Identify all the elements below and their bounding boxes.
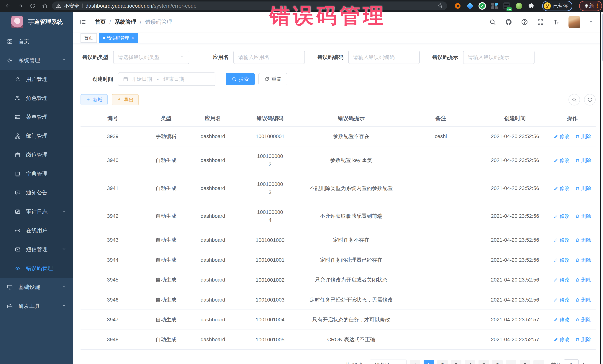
breadcrumb-item[interactable]: 首页 (95, 18, 106, 26)
cell-hint: 定时任务的处理器已经存在 (302, 250, 401, 270)
edit-link[interactable]: 修改 (554, 213, 570, 220)
sidebar-item[interactable]: 岗位管理 (0, 145, 73, 164)
page-button[interactable]: 8 (520, 360, 530, 364)
tag-close-icon[interactable]: × (131, 36, 134, 40)
extension-gem-icon[interactable] (466, 2, 474, 10)
tag-active[interactable]: 错误码管理× (99, 33, 138, 43)
refresh-button[interactable] (584, 94, 596, 105)
error-code-input[interactable]: 请输入错误码编码 (348, 51, 420, 64)
user-avatar[interactable] (568, 16, 580, 28)
delete-link[interactable]: 删除 (575, 297, 591, 303)
page-button[interactable]: 6 (492, 360, 503, 364)
date-separator: - (157, 76, 159, 82)
next-page-button[interactable] (533, 360, 544, 364)
sidebar-item[interactable]: 首页 (0, 32, 73, 51)
sidebar-item-active[interactable]: 错误码管理 (0, 259, 73, 278)
delete-link[interactable]: 删除 (575, 237, 591, 243)
sidebar-item[interactable]: 在线用户 (0, 221, 73, 240)
sidebar-item[interactable]: 审计日志 (0, 202, 73, 221)
search-icon[interactable] (489, 18, 497, 26)
help-icon[interactable] (521, 18, 528, 26)
page-scrollbar-thumb[interactable] (602, 14, 603, 61)
edit-link[interactable]: 修改 (554, 133, 570, 140)
prev-page-button[interactable] (410, 360, 420, 364)
sidebar-logo[interactable]: 芋道管理系统 (0, 12, 73, 32)
page-more-button[interactable]: ··· (506, 360, 516, 364)
avatar-caret-down-icon[interactable] (589, 19, 593, 25)
edit-link[interactable]: 修改 (554, 336, 570, 343)
extension-list-icon[interactable]: on (503, 2, 510, 10)
error-hint-input[interactable]: 请输入错误码提示 (463, 51, 534, 64)
page-scrollbar-track[interactable] (600, 12, 603, 364)
sidebar-item[interactable]: 用户管理 (0, 70, 73, 89)
extension-spy-icon[interactable] (515, 2, 523, 10)
date-range-picker[interactable]: 开始日期 - 结束日期 (118, 72, 215, 86)
sidebar-item[interactable]: 部门管理 (0, 127, 73, 145)
browser-forward-icon[interactable] (15, 2, 26, 10)
browser-home-icon[interactable] (40, 2, 50, 10)
fullscreen-icon[interactable] (537, 18, 544, 26)
edit-icon (554, 134, 558, 139)
add-button[interactable]: 新增 (81, 94, 108, 105)
delete-link[interactable]: 删除 (575, 157, 591, 164)
page-button[interactable]: 3 (451, 360, 462, 364)
edit-link[interactable]: 修改 (554, 316, 570, 323)
tag-item[interactable]: 首页 (81, 33, 97, 43)
delete-link[interactable]: 删除 (575, 185, 591, 192)
page-button[interactable]: 5 (478, 360, 489, 364)
page-size-select[interactable]: 10条/页 (370, 360, 406, 364)
browser-profile-chip[interactable]: 已暂停 (542, 1, 572, 11)
goto-page-input[interactable]: 1 (564, 359, 579, 364)
dashboard-icon (7, 38, 13, 45)
edit-link[interactable]: 修改 (554, 297, 570, 303)
page-button[interactable]: 4 (465, 360, 475, 364)
edit-link-label: 修改 (560, 297, 570, 303)
sidebar-item[interactable]: 角色管理 (0, 89, 73, 108)
delete-link[interactable]: 删除 (575, 316, 591, 323)
sidebar-item[interactable]: 基础设施 (0, 278, 73, 297)
browser-back-icon[interactable] (3, 2, 13, 10)
browser-update-button[interactable]: 更新 (579, 1, 602, 11)
browser-reload-icon[interactable] (27, 2, 38, 10)
font-size-icon[interactable] (553, 18, 560, 26)
delete-link[interactable]: 删除 (575, 213, 591, 220)
extensions-puzzle-icon[interactable] (527, 2, 535, 10)
extension-check-icon[interactable]: ✓ (478, 2, 486, 10)
sidebar-item[interactable]: 菜单管理 (0, 108, 73, 127)
delete-link[interactable]: 删除 (575, 257, 591, 263)
sidebar-item[interactable]: 研发工具 (0, 297, 73, 316)
hamburger-icon[interactable] (79, 18, 87, 26)
extension-orange-icon[interactable] (454, 2, 462, 10)
delete-link[interactable]: 删除 (575, 336, 591, 343)
edit-link[interactable]: 修改 (554, 276, 570, 283)
github-icon[interactable] (505, 18, 512, 26)
edit-link[interactable]: 修改 (554, 237, 570, 243)
sidebar-item[interactable]: 通知公告 (0, 183, 73, 202)
edit-link[interactable]: 修改 (554, 157, 570, 164)
bookmark-star-icon[interactable] (438, 3, 443, 9)
delete-link[interactable]: 删除 (575, 133, 591, 140)
delete-icon (575, 278, 580, 282)
delete-link-label: 删除 (581, 157, 591, 164)
search-button[interactable]: 搜索 (226, 73, 255, 85)
export-button[interactable]: 导出 (112, 94, 139, 105)
edit-link[interactable]: 修改 (554, 185, 570, 192)
page-button[interactable]: 2 (437, 360, 448, 364)
reset-button[interactable]: 重置 (258, 73, 287, 85)
select-chevron-down-icon (180, 54, 185, 60)
app-name-input[interactable]: 请输入应用名 (233, 51, 305, 64)
toggle-search-button[interactable] (568, 94, 580, 105)
sidebar-item[interactable]: 系统管理 (0, 51, 73, 70)
delete-link[interactable]: 删除 (575, 276, 591, 283)
sidebar-item[interactable]: 字典管理 (0, 164, 73, 183)
browser-menu-dots-icon[interactable] (597, 3, 598, 8)
breadcrumb-item[interactable]: 系统管理 (115, 18, 136, 26)
edit-link[interactable]: 修改 (554, 257, 570, 263)
page-button-active[interactable]: 1 (424, 360, 434, 364)
error-type-select[interactable]: 请选择错误码类型 (113, 51, 189, 64)
sidebar-item[interactable]: 短信管理 (0, 240, 73, 259)
date-start-placeholder: 开始日期 (131, 76, 152, 83)
update-label: 更新 (584, 3, 594, 9)
extension-grid-icon[interactable] (491, 2, 498, 10)
address-bar[interactable]: 不安全 dashboard.yudao.iocoder.cn/system/er… (52, 1, 447, 10)
